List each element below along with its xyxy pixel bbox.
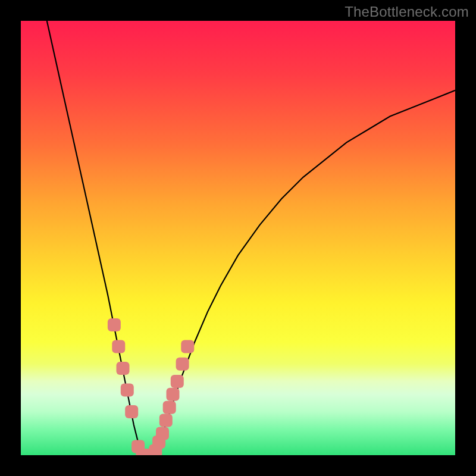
marker-point xyxy=(117,362,130,375)
marker-point xyxy=(112,340,125,353)
marker-point xyxy=(171,375,184,388)
plot-area xyxy=(21,21,455,455)
marker-point xyxy=(163,401,176,414)
marker-point xyxy=(167,388,180,401)
marker-point xyxy=(125,405,138,418)
watermark-text: TheBottleneck.com xyxy=(345,4,469,20)
marker-point xyxy=(176,358,189,371)
marker-point xyxy=(181,340,194,353)
markers-group xyxy=(108,318,194,455)
marker-point xyxy=(121,384,134,397)
marker-point xyxy=(159,414,173,427)
marker-point xyxy=(108,318,121,331)
bottleneck-curve xyxy=(47,21,455,455)
chart-frame: TheBottleneck.com xyxy=(0,0,476,476)
marker-point xyxy=(156,427,169,440)
chart-svg xyxy=(21,21,455,455)
